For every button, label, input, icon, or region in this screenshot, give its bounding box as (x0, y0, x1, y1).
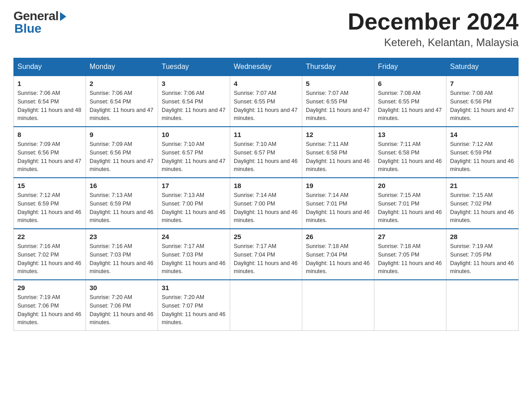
day-info: Sunrise: 7:20 AMSunset: 7:07 PMDaylight:… (162, 293, 226, 327)
table-row: 26 Sunrise: 7:18 AMSunset: 7:04 PMDaylig… (302, 229, 374, 280)
calendar-week-row: 29 Sunrise: 7:19 AMSunset: 7:06 PMDaylig… (14, 280, 519, 331)
table-row (230, 280, 302, 331)
day-info: Sunrise: 7:11 AMSunset: 6:58 PMDaylight:… (306, 140, 370, 174)
day-number: 10 (162, 131, 226, 138)
day-info: Sunrise: 7:16 AMSunset: 7:03 PMDaylight:… (90, 242, 154, 276)
table-row: 14 Sunrise: 7:12 AMSunset: 6:59 PMDaylig… (446, 127, 519, 178)
day-info: Sunrise: 7:10 AMSunset: 6:57 PMDaylight:… (162, 140, 226, 174)
table-row: 20 Sunrise: 7:15 AMSunset: 7:01 PMDaylig… (374, 178, 446, 229)
day-info: Sunrise: 7:20 AMSunset: 7:06 PMDaylight:… (90, 293, 154, 327)
day-info: Sunrise: 7:18 AMSunset: 7:04 PMDaylight:… (306, 242, 370, 276)
table-row: 18 Sunrise: 7:14 AMSunset: 7:00 PMDaylig… (230, 178, 302, 229)
table-row: 15 Sunrise: 7:12 AMSunset: 6:59 PMDaylig… (14, 178, 86, 229)
table-row: 9 Sunrise: 7:09 AMSunset: 6:56 PMDayligh… (86, 127, 158, 178)
table-row: 13 Sunrise: 7:11 AMSunset: 6:58 PMDaylig… (374, 127, 446, 178)
day-info: Sunrise: 7:12 AMSunset: 6:59 PMDaylight:… (450, 140, 515, 174)
day-number: 3 (162, 80, 226, 87)
table-row: 28 Sunrise: 7:19 AMSunset: 7:05 PMDaylig… (446, 229, 519, 280)
day-number: 1 (17, 80, 82, 87)
calendar-week-row: 22 Sunrise: 7:16 AMSunset: 7:02 PMDaylig… (14, 229, 519, 280)
day-number: 8 (17, 131, 82, 138)
day-info: Sunrise: 7:17 AMSunset: 7:03 PMDaylight:… (162, 242, 226, 276)
table-row: 31 Sunrise: 7:20 AMSunset: 7:07 PMDaylig… (158, 280, 230, 331)
day-number: 13 (378, 131, 442, 138)
day-info: Sunrise: 7:13 AMSunset: 7:00 PMDaylight:… (162, 191, 226, 225)
table-row: 7 Sunrise: 7:08 AMSunset: 6:56 PMDayligh… (446, 76, 519, 127)
day-info: Sunrise: 7:09 AMSunset: 6:56 PMDaylight:… (90, 140, 154, 174)
table-row: 22 Sunrise: 7:16 AMSunset: 7:02 PMDaylig… (14, 229, 86, 280)
day-number: 4 (234, 80, 298, 87)
day-number: 18 (234, 182, 298, 189)
day-number: 19 (306, 182, 370, 189)
table-row (302, 280, 374, 331)
day-info: Sunrise: 7:06 AMSunset: 6:54 PMDaylight:… (17, 89, 82, 123)
table-row: 23 Sunrise: 7:16 AMSunset: 7:03 PMDaylig… (86, 229, 158, 280)
month-title: December 2024 (348, 9, 519, 34)
day-info: Sunrise: 7:09 AMSunset: 6:56 PMDaylight:… (17, 140, 82, 174)
table-row: 30 Sunrise: 7:20 AMSunset: 7:06 PMDaylig… (86, 280, 158, 331)
day-number: 2 (90, 80, 154, 87)
table-row: 16 Sunrise: 7:13 AMSunset: 6:59 PMDaylig… (86, 178, 158, 229)
day-number: 6 (378, 80, 442, 87)
day-number: 26 (306, 233, 370, 240)
day-info: Sunrise: 7:11 AMSunset: 6:58 PMDaylight:… (378, 140, 442, 174)
day-info: Sunrise: 7:13 AMSunset: 6:59 PMDaylight:… (90, 191, 154, 225)
day-number: 17 (162, 182, 226, 189)
title-section: December 2024 Ketereh, Kelantan, Malaysi… (348, 9, 519, 49)
logo: General Blue (13, 9, 66, 36)
table-row: 21 Sunrise: 7:15 AMSunset: 7:02 PMDaylig… (446, 178, 519, 229)
table-row (374, 280, 446, 331)
day-number: 28 (450, 233, 515, 240)
col-saturday: Saturday (446, 58, 519, 76)
table-row: 27 Sunrise: 7:18 AMSunset: 7:05 PMDaylig… (374, 229, 446, 280)
table-row: 29 Sunrise: 7:19 AMSunset: 7:06 PMDaylig… (14, 280, 86, 331)
table-row: 10 Sunrise: 7:10 AMSunset: 6:57 PMDaylig… (158, 127, 230, 178)
day-info: Sunrise: 7:06 AMSunset: 6:54 PMDaylight:… (162, 89, 226, 123)
table-row: 11 Sunrise: 7:10 AMSunset: 6:57 PMDaylig… (230, 127, 302, 178)
table-row: 12 Sunrise: 7:11 AMSunset: 6:58 PMDaylig… (302, 127, 374, 178)
calendar-header-row: Sunday Monday Tuesday Wednesday Thursday… (14, 58, 519, 76)
day-info: Sunrise: 7:07 AMSunset: 6:55 PMDaylight:… (306, 89, 370, 123)
day-info: Sunrise: 7:18 AMSunset: 7:05 PMDaylight:… (378, 242, 442, 276)
day-number: 16 (90, 182, 154, 189)
day-info: Sunrise: 7:07 AMSunset: 6:55 PMDaylight:… (234, 89, 298, 123)
table-row: 24 Sunrise: 7:17 AMSunset: 7:03 PMDaylig… (158, 229, 230, 280)
table-row: 5 Sunrise: 7:07 AMSunset: 6:55 PMDayligh… (302, 76, 374, 127)
day-number: 14 (450, 131, 515, 138)
day-number: 9 (90, 131, 154, 138)
logo-blue-text: Blue (14, 21, 42, 36)
day-info: Sunrise: 7:19 AMSunset: 7:06 PMDaylight:… (17, 293, 82, 327)
day-number: 23 (90, 233, 154, 240)
table-row: 4 Sunrise: 7:07 AMSunset: 6:55 PMDayligh… (230, 76, 302, 127)
day-number: 27 (378, 233, 442, 240)
day-info: Sunrise: 7:06 AMSunset: 6:54 PMDaylight:… (90, 89, 154, 123)
day-number: 29 (17, 284, 82, 291)
table-row: 19 Sunrise: 7:14 AMSunset: 7:01 PMDaylig… (302, 178, 374, 229)
day-number: 12 (306, 131, 370, 138)
col-wednesday: Wednesday (230, 58, 302, 76)
day-info: Sunrise: 7:12 AMSunset: 6:59 PMDaylight:… (17, 191, 82, 225)
table-row: 6 Sunrise: 7:08 AMSunset: 6:55 PMDayligh… (374, 76, 446, 127)
calendar-week-row: 8 Sunrise: 7:09 AMSunset: 6:56 PMDayligh… (14, 127, 519, 178)
day-number: 5 (306, 80, 370, 87)
day-number: 11 (234, 131, 298, 138)
table-row: 8 Sunrise: 7:09 AMSunset: 6:56 PMDayligh… (14, 127, 86, 178)
col-tuesday: Tuesday (158, 58, 230, 76)
day-number: 30 (90, 284, 154, 291)
day-info: Sunrise: 7:16 AMSunset: 7:02 PMDaylight:… (17, 242, 82, 276)
table-row: 17 Sunrise: 7:13 AMSunset: 7:00 PMDaylig… (158, 178, 230, 229)
table-row (446, 280, 519, 331)
day-info: Sunrise: 7:08 AMSunset: 6:55 PMDaylight:… (378, 89, 442, 123)
day-number: 7 (450, 80, 515, 87)
calendar-week-row: 1 Sunrise: 7:06 AMSunset: 6:54 PMDayligh… (14, 76, 519, 127)
day-number: 22 (17, 233, 82, 240)
calendar-week-row: 15 Sunrise: 7:12 AMSunset: 6:59 PMDaylig… (14, 178, 519, 229)
calendar-table: Sunday Monday Tuesday Wednesday Thursday… (13, 58, 519, 331)
col-thursday: Thursday (302, 58, 374, 76)
day-info: Sunrise: 7:19 AMSunset: 7:05 PMDaylight:… (450, 242, 515, 276)
day-info: Sunrise: 7:14 AMSunset: 7:01 PMDaylight:… (306, 191, 370, 225)
day-info: Sunrise: 7:15 AMSunset: 7:01 PMDaylight:… (378, 191, 442, 225)
location-title: Ketereh, Kelantan, Malaysia (348, 36, 519, 49)
day-number: 31 (162, 284, 226, 291)
day-info: Sunrise: 7:17 AMSunset: 7:04 PMDaylight:… (234, 242, 298, 276)
